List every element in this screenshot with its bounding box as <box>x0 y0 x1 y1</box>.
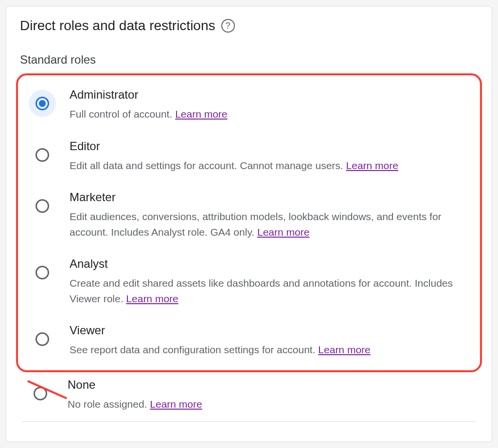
radio-wrap <box>29 259 56 286</box>
radio-wrap <box>29 90 56 117</box>
role-title: Marketer <box>70 190 474 204</box>
role-desc: Edit all data and settings for account. … <box>70 158 474 173</box>
roles-panel: Direct roles and data restrictions ? Sta… <box>6 6 492 442</box>
role-row-analyst[interactable]: Analyst Create and edit shared assets li… <box>24 251 474 318</box>
help-icon[interactable]: ? <box>221 19 235 33</box>
learn-more-link[interactable]: Learn more <box>257 226 309 238</box>
role-desc: See report data and configuration settin… <box>70 342 474 358</box>
radio-marketer[interactable] <box>36 199 49 213</box>
role-title: Administrator <box>70 88 474 102</box>
radio-wrap <box>29 326 56 353</box>
role-desc-text: No role assigned. <box>68 398 147 410</box>
learn-more-link[interactable]: Learn more <box>126 293 178 304</box>
role-row-administrator[interactable]: Administrator Full control of account. L… <box>24 82 474 134</box>
role-text: Analyst Create and edit shared assets li… <box>70 256 474 306</box>
role-row-marketer[interactable]: Marketer Edit audiences, conversions, at… <box>24 185 474 251</box>
role-desc: Create and edit shared assets like dashb… <box>70 276 474 306</box>
role-title: Editor <box>70 139 474 153</box>
role-desc: Edit audiences, conversions, attribution… <box>70 209 474 240</box>
highlighted-roles-box: Administrator Full control of account. L… <box>16 73 482 372</box>
radio-administrator[interactable] <box>36 97 49 110</box>
role-desc-text: Edit audiences, conversions, attribution… <box>70 211 442 238</box>
role-desc-text: See report data and configuration settin… <box>70 344 316 355</box>
radio-analyst[interactable] <box>36 266 49 279</box>
role-row-viewer[interactable]: Viewer See report data and configuration… <box>24 318 474 362</box>
role-text: Editor Edit all data and settings for ac… <box>70 138 474 173</box>
role-title: None <box>68 378 476 392</box>
role-desc: No role assigned. Learn more <box>68 396 476 412</box>
role-desc-text: Edit all data and settings for account. … <box>70 160 343 171</box>
role-desc-text: Full control of account. <box>70 108 172 120</box>
radio-wrap <box>27 380 54 407</box>
radio-editor[interactable] <box>36 148 49 162</box>
panel-title: Direct roles and data restrictions <box>20 18 215 34</box>
learn-more-link[interactable]: Learn more <box>175 108 227 120</box>
section-label-standard-roles: Standard roles <box>20 53 478 67</box>
role-desc: Full control of account. Learn more <box>70 106 474 122</box>
radio-wrap <box>29 141 56 169</box>
role-text: Administrator Full control of account. L… <box>70 87 474 122</box>
role-text: Marketer Edit audiences, conversions, at… <box>70 190 474 240</box>
role-title: Analyst <box>70 257 474 271</box>
learn-more-link[interactable]: Learn more <box>150 398 202 410</box>
panel-header: Direct roles and data restrictions ? <box>20 18 478 34</box>
role-text: None No role assigned. Learn more <box>68 377 476 412</box>
role-row-editor[interactable]: Editor Edit all data and settings for ac… <box>24 134 474 185</box>
radio-wrap <box>29 192 56 220</box>
radio-viewer[interactable] <box>36 332 49 346</box>
role-title: Viewer <box>70 324 474 337</box>
learn-more-link[interactable]: Learn more <box>346 160 398 171</box>
role-text: Viewer See report data and configuration… <box>70 323 474 358</box>
role-row-none[interactable]: None No role assigned. Learn more <box>22 372 476 422</box>
learn-more-link[interactable]: Learn more <box>318 344 370 355</box>
